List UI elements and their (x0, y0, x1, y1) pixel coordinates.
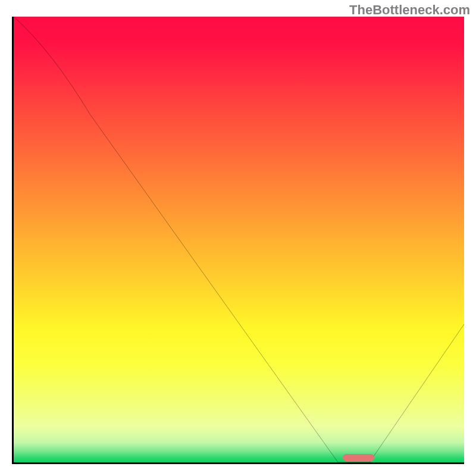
optimal-marker (343, 454, 374, 461)
bottleneck-curve (14, 17, 464, 462)
watermark-text: TheBottleneck.com (349, 2, 470, 18)
plot-area (12, 17, 464, 464)
chart-container: TheBottleneck.com (0, 0, 476, 476)
